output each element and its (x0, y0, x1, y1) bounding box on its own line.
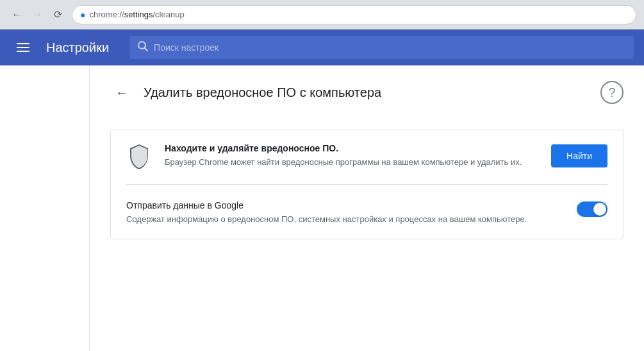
svg-rect-2 (17, 51, 29, 52)
section-card: Находите и удаляйте вредоносное ПО. Брау… (110, 130, 623, 239)
scan-section: Находите и удаляйте вредоносное ПО. Брау… (126, 143, 607, 185)
back-button[interactable]: ← (110, 81, 133, 104)
toggle-section: Отправить данные в Google Содержат инфор… (126, 200, 607, 226)
svg-line-4 (145, 47, 148, 51)
main-content: ← Удалить вредоносное ПО с компьютера ? … (90, 65, 644, 351)
browser-chrome: ← → ⟳ ● chrome://settings/cleanup (0, 0, 644, 30)
url-suffix: /cleanup (153, 10, 184, 19)
nav-buttons: ← → ⟳ (8, 6, 67, 24)
page-header: ← Удалить вредоносное ПО с компьютера ? (110, 81, 623, 109)
scan-text: Находите и удаляйте вредоносное ПО. Брау… (165, 143, 538, 169)
svg-rect-0 (17, 43, 29, 44)
toggle-text: Отправить данные в Google Содержат инфор… (126, 200, 577, 226)
toggle-track (577, 201, 607, 217)
search-input[interactable] (154, 42, 626, 53)
toggle-switch[interactable] (577, 201, 607, 217)
url-prefix: chrome:// (89, 10, 124, 19)
sidebar (0, 65, 90, 351)
toggle-description: Содержат информацию о вредоносном ПО, си… (126, 213, 562, 226)
svg-rect-1 (17, 47, 29, 48)
app-bar: Настройки (0, 30, 644, 65)
secure-icon: ● (80, 10, 85, 20)
reload-button[interactable]: ⟳ (49, 6, 67, 24)
search-bar[interactable] (129, 36, 634, 59)
address-bar[interactable]: ● chrome://settings/cleanup (72, 5, 636, 24)
content-wrapper: ← Удалить вредоносное ПО с компьютера ? … (0, 65, 644, 351)
toggle-title: Отправить данные в Google (126, 200, 577, 210)
scan-description: Браузер Chrome может найти вредоносные п… (165, 156, 538, 169)
scan-title: Находите и удаляйте вредоносное ПО. (165, 143, 538, 153)
search-icon (137, 40, 149, 55)
page-title: Удалить вредоносное ПО с компьютера (144, 85, 381, 100)
help-button[interactable]: ? (600, 81, 623, 104)
shield-icon (128, 143, 151, 169)
find-button[interactable]: Найти (551, 144, 607, 167)
app-title: Настройки (46, 40, 109, 55)
page-header-left: ← Удалить вредоносное ПО с компьютера (110, 81, 381, 104)
toggle-thumb (593, 203, 606, 216)
forward-nav-button[interactable]: → (28, 6, 46, 24)
shield-icon-wrap (126, 143, 152, 169)
url-text: chrome://settings/cleanup (89, 10, 184, 19)
url-bold: settings (124, 10, 153, 19)
back-nav-button[interactable]: ← (8, 6, 26, 24)
hamburger-menu-button[interactable] (10, 35, 36, 60)
